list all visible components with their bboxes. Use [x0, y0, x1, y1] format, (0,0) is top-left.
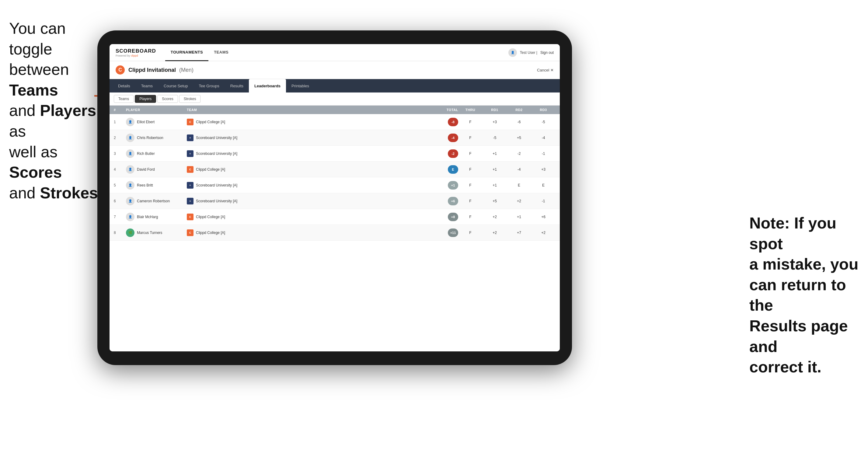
rd2-cell: +7: [507, 230, 531, 235]
rd3-cell: +2: [531, 230, 556, 235]
tournament-header: C Clippd Invitational (Men) Cancel ✕: [110, 61, 560, 79]
team-cell: C Clippd College [A]: [187, 229, 422, 236]
rd3-cell: -5: [531, 120, 556, 124]
subtab-teams[interactable]: Teams: [114, 95, 133, 103]
table-row[interactable]: 8 🌿 Marcus Turners C Clippd College [A] …: [110, 225, 560, 241]
player-avatar: 👤: [126, 118, 134, 126]
rd1-cell: +3: [483, 120, 507, 124]
table-row[interactable]: 2 👤 Chris Robertson ≡ Scoreboard Univers…: [110, 130, 560, 146]
rd2-cell: -2: [507, 152, 531, 156]
subtab-players[interactable]: Players: [135, 95, 156, 103]
rd2-cell: +5: [507, 136, 531, 140]
score-badge: -8: [448, 118, 458, 126]
team-name: Clippd College [A]: [196, 167, 225, 172]
annotation-teams: Teams: [9, 81, 58, 99]
team-name: Scoreboard University [A]: [196, 199, 237, 203]
col-rd3: RD3: [531, 108, 556, 112]
logo-area: SCOREBOARD Powered by clippd: [116, 48, 156, 57]
player-cell: 👤 David Ford: [126, 165, 187, 174]
rd1-cell: +1: [483, 152, 507, 156]
team-name: Scoreboard University [A]: [196, 136, 237, 140]
rank-cell: 2: [114, 136, 126, 140]
team-cell: C Clippd College [A]: [187, 214, 422, 220]
nav-bar: SCOREBOARD Powered by clippd TOURNAMENTS…: [110, 44, 560, 61]
player-name: Elliot Ebert: [137, 120, 155, 124]
subtab-strokes[interactable]: Strokes: [179, 95, 201, 103]
table-row[interactable]: 4 👤 David Ford C Clippd College [A] E F …: [110, 161, 560, 177]
player-cell: 👤 Chris Robertson: [126, 133, 187, 142]
score-badge: -2: [448, 149, 458, 158]
col-thru: THRU: [458, 108, 483, 112]
team-cell: ≡ Scoreboard University [A]: [187, 134, 422, 141]
table-row[interactable]: 3 👤 Rich Butler ≡ Scoreboard University …: [110, 146, 560, 161]
player-avatar: 👤: [126, 165, 134, 174]
nav-tournaments[interactable]: TOURNAMENTS: [165, 44, 208, 61]
tab-teams[interactable]: Teams: [136, 79, 158, 92]
tab-results[interactable]: Results: [225, 79, 249, 92]
tabs-bar: Details Teams Course Setup Tee Groups Re…: [110, 79, 560, 92]
rd3-cell: +6: [531, 215, 556, 219]
nav-teams[interactable]: TEAMS: [208, 44, 234, 61]
rd3-cell: -4: [531, 136, 556, 140]
rank-cell: 1: [114, 120, 126, 124]
player-cell: 🌿 Marcus Turners: [126, 228, 187, 237]
sign-out-link[interactable]: Sign out: [540, 51, 554, 55]
team-icon: ≡: [187, 198, 193, 205]
score-badge: +8: [448, 213, 458, 221]
tab-course-setup[interactable]: Course Setup: [158, 79, 193, 92]
team-cell: C Clippd College [A]: [187, 119, 422, 125]
right-annotation-line-4: Results page and: [749, 317, 848, 355]
nav-right: 👤 Test User | Sign out: [508, 49, 554, 57]
tab-details[interactable]: Details: [113, 79, 136, 92]
score-badge: +6: [448, 197, 458, 205]
team-name: Clippd College [A]: [196, 215, 225, 219]
team-icon: ≡: [187, 134, 193, 141]
player-avatar: 👤: [126, 133, 134, 142]
rd1-cell: +5: [483, 199, 507, 203]
tab-tee-groups[interactable]: Tee Groups: [193, 79, 225, 92]
annotation-players: Players: [40, 102, 96, 119]
rd1-cell: +1: [483, 183, 507, 187]
player-cell: 👤 Rees Britt: [126, 181, 187, 190]
table-row[interactable]: 5 👤 Rees Britt ≡ Scoreboard University […: [110, 177, 560, 193]
col-team: TEAM: [187, 108, 422, 112]
team-icon: C: [187, 214, 193, 220]
rank-cell: 6: [114, 199, 126, 203]
rank-cell: 5: [114, 183, 126, 187]
tab-printables[interactable]: Printables: [286, 79, 315, 92]
player-cell: 👤 Blair McHarg: [126, 213, 187, 221]
thru-cell: F: [458, 152, 483, 156]
table-row[interactable]: 6 👤 Cameron Robertson ≡ Scoreboard Unive…: [110, 193, 560, 209]
rd2-cell: +1: [507, 215, 531, 219]
player-avatar: 👤: [126, 197, 134, 205]
tournament-logo: C: [116, 65, 125, 74]
table-row[interactable]: 7 👤 Blair McHarg C Clippd College [A] +8…: [110, 209, 560, 225]
team-name: Scoreboard University [A]: [196, 152, 237, 156]
col-rd1: RD1: [483, 108, 507, 112]
player-cell: 👤 Cameron Robertson: [126, 197, 187, 205]
logo-text: SCOREBOARD: [116, 48, 156, 54]
player-name: Chris Robertson: [137, 136, 163, 140]
logo-sub: Powered by clippd: [116, 54, 156, 57]
rd3-cell: +3: [531, 167, 556, 172]
tournament-title-area: C Clippd Invitational (Men): [116, 65, 193, 74]
tab-leaderboards[interactable]: Leaderboards: [249, 79, 286, 92]
rd2-cell: -6: [507, 120, 531, 124]
right-annotation-line-3: can return to the: [749, 276, 846, 314]
col-total: TOTAL: [422, 108, 458, 112]
player-avatar: 👤: [126, 213, 134, 221]
rd2-cell: +2: [507, 199, 531, 203]
right-annotation-line-5: correct it.: [749, 358, 822, 376]
cancel-button[interactable]: Cancel ✕: [537, 68, 554, 72]
subtab-scores[interactable]: Scores: [157, 95, 178, 103]
total-cell: +11: [422, 228, 458, 237]
rank-cell: 3: [114, 152, 126, 156]
thru-cell: F: [458, 215, 483, 219]
table-row[interactable]: 1 👤 Elliot Ebert C Clippd College [A] -8…: [110, 114, 560, 130]
player-cell: 👤 Rich Butler: [126, 149, 187, 158]
total-cell: E: [422, 165, 458, 174]
team-cell: ≡ Scoreboard University [A]: [187, 198, 422, 205]
rank-cell: 4: [114, 167, 126, 172]
rd1-cell: +2: [483, 230, 507, 235]
total-cell: -2: [422, 149, 458, 158]
